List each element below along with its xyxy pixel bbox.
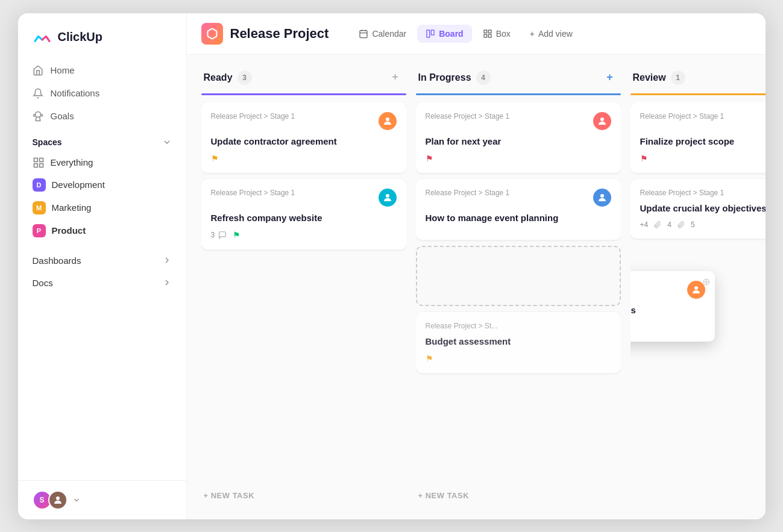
column-in-progress-title: In Progress <box>418 72 471 83</box>
space-everything-label: Everything <box>51 157 93 167</box>
flag-red-3: ⚑ <box>426 154 433 163</box>
app-name: ClickUp <box>58 30 102 44</box>
space-product[interactable]: P Product <box>25 219 179 242</box>
app-container: ClickUp Home Notifications <box>18 13 766 519</box>
main-content: Release Project Calendar Board <box>187 13 766 519</box>
card-title-8: Update crucial key objectives <box>640 202 766 214</box>
calendar-icon <box>359 29 368 39</box>
task-card-refresh-website[interactable]: Release Project > Stage 1 Refresh compan… <box>201 179 406 249</box>
flag-orange-6: ⚑ <box>426 354 433 363</box>
task-card-finalize-scope[interactable]: Release Project > Stage 1 Finalize proje… <box>630 102 766 173</box>
column-review: Review 1 + Release Project > Stage 1 <box>630 69 766 505</box>
card-avatar-2 <box>379 189 397 207</box>
flag-icon: ⚑ <box>211 154 219 163</box>
view-box-label: Box <box>496 29 511 39</box>
svg-point-19 <box>600 194 604 198</box>
task-card-plan-next-year[interactable]: Release Project > Stage 1 Plan for next … <box>416 102 621 173</box>
card-header: Release Project > Stage 1 <box>211 112 397 130</box>
dashboards-label: Dashboards <box>33 255 81 266</box>
sidebar: ClickUp Home Notifications <box>18 13 187 519</box>
board-area: Ready 3 + Release Project > Stage 1 <box>187 55 766 519</box>
svg-rect-6 <box>360 30 367 37</box>
svg-rect-11 <box>432 30 435 35</box>
column-ready-title-area: Ready 3 <box>204 70 252 85</box>
add-view-button[interactable]: + Add view <box>521 25 581 43</box>
nav-notifications[interactable]: Notifications <box>25 82 179 105</box>
card-footer-8: +4 4 5 <box>640 221 766 229</box>
svg-rect-4 <box>39 163 43 167</box>
svg-rect-10 <box>427 30 430 37</box>
project-title-area: Release Project <box>201 23 329 45</box>
flag-green: ⚑ <box>233 230 241 240</box>
card-project-7: Release Project > Stage 1 <box>640 112 725 120</box>
project-name: Release Project <box>230 26 329 42</box>
logo-area: ClickUp <box>18 13 186 59</box>
column-in-progress: In Progress 4 + Release Project > Stage … <box>416 69 621 505</box>
space-marketing-dot: M <box>33 201 46 214</box>
column-ready-divider <box>201 93 406 95</box>
nav-goals[interactable]: Goals <box>25 105 179 128</box>
new-task-ready-button[interactable]: + NEW TASK <box>201 486 406 505</box>
column-review-divider <box>630 93 766 95</box>
task-card-event-planning[interactable]: Release Project > Stage 1 How to manage … <box>416 179 621 240</box>
card-footer-3: ⚑ <box>426 154 611 163</box>
column-in-progress-count: 4 <box>476 70 491 85</box>
bell-icon <box>33 88 43 99</box>
svg-point-5 <box>56 496 60 500</box>
extra-count: +4 <box>640 221 649 229</box>
new-task-ready-label: + NEW TASK <box>204 491 255 500</box>
card-avatar-4 <box>593 189 611 207</box>
task-card-update-objectives[interactable]: Release Project > Stage 1 Update crucial… <box>630 179 766 239</box>
view-calendar-label: Calendar <box>372 29 406 39</box>
add-view-plus: + <box>530 29 535 39</box>
space-development-dot: D <box>33 178 46 192</box>
new-task-inprogress-button[interactable]: + NEW TASK <box>416 486 621 505</box>
dashboards-item[interactable]: Dashboards <box>25 249 179 272</box>
nav-goals-label: Goals <box>51 111 74 121</box>
svg-rect-15 <box>488 34 491 37</box>
avatar-person <box>48 490 68 510</box>
view-box[interactable]: Box <box>474 25 519 43</box>
svg-point-17 <box>386 194 389 198</box>
grid-icon <box>33 157 45 169</box>
column-in-progress-divider <box>416 93 621 95</box>
chevron-right-icon-docs <box>162 278 172 287</box>
task-card-budget[interactable]: Release Project > St... Budget assessmen… <box>416 312 621 373</box>
svg-point-21 <box>694 286 698 290</box>
header-views: Calendar Board Box + Add view <box>350 25 580 43</box>
clickup-logo-icon <box>33 28 52 47</box>
home-icon <box>33 65 43 76</box>
space-everything[interactable]: Everything <box>25 152 179 174</box>
card-header-3: Release Project > Stage 1 <box>426 112 611 130</box>
comment-count: 3 <box>211 231 215 239</box>
column-ready-add-button[interactable]: + <box>387 69 404 86</box>
drag-handle[interactable]: ⊕ <box>702 276 710 287</box>
space-marketing[interactable]: M Marketing <box>25 196 179 219</box>
task-card-update-contractor[interactable]: Release Project > Stage 1 Update contrac… <box>201 102 406 173</box>
nav-home[interactable]: Home <box>25 59 179 82</box>
card-project: Release Project > Stage 1 <box>211 112 295 120</box>
space-development[interactable]: D Development <box>25 174 179 196</box>
board-icon <box>426 29 435 39</box>
chevron-down-footer-icon[interactable] <box>72 496 81 504</box>
view-calendar[interactable]: Calendar <box>350 25 415 43</box>
docs-item[interactable]: Docs <box>25 272 179 294</box>
chevron-down-icon[interactable] <box>162 137 172 147</box>
column-review-cards: Release Project > Stage 1 Finalize proje… <box>630 102 766 505</box>
main-nav: Home Notifications Goals <box>18 59 186 128</box>
svg-point-16 <box>386 117 389 121</box>
column-in-progress-add-button[interactable]: + <box>602 69 618 86</box>
space-marketing-label: Marketing <box>52 202 92 213</box>
card-project-3: Release Project > Stage 1 <box>426 112 510 120</box>
card-footer: ⚑ <box>211 154 397 163</box>
space-product-dot: P <box>33 224 46 237</box>
floating-task-card[interactable]: ⊕ Release Project > Stage 1 Gather key r… <box>630 271 715 342</box>
card-footer-7: ⚑ <box>640 154 766 163</box>
sidebar-footer: S <box>18 480 186 519</box>
card-project-8: Release Project > Stage 1 <box>640 189 725 197</box>
card-title-6: Budget assessment <box>426 335 611 348</box>
card-project-4: Release Project > Stage 1 <box>426 189 510 197</box>
view-board-label: Board <box>439 29 463 39</box>
view-board[interactable]: Board <box>417 25 471 43</box>
svg-rect-13 <box>488 30 491 33</box>
